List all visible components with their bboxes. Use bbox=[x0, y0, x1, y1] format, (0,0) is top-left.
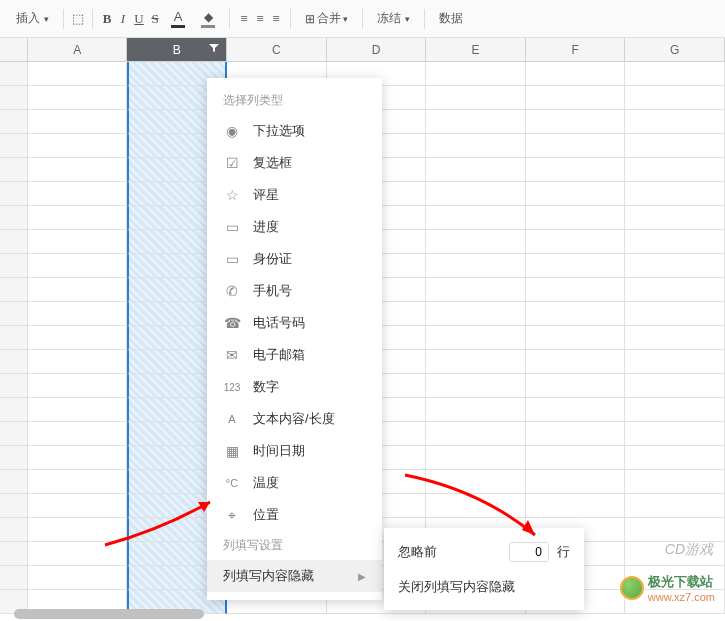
cell[interactable] bbox=[426, 494, 526, 518]
cell[interactable] bbox=[28, 374, 128, 398]
row-number[interactable] bbox=[0, 182, 28, 206]
cell[interactable] bbox=[28, 446, 128, 470]
close-hide-content[interactable]: 关闭列填写内容隐藏 bbox=[384, 570, 584, 604]
font-color-button[interactable]: A bbox=[163, 5, 193, 32]
menu-item-telephone[interactable]: ☎电话号码 bbox=[207, 307, 382, 339]
row-number[interactable] bbox=[0, 494, 28, 518]
cell[interactable] bbox=[625, 254, 725, 278]
col-header-f[interactable]: F bbox=[526, 38, 626, 61]
menu-item-hide-content[interactable]: 列填写内容隐藏 ▶ bbox=[207, 560, 382, 592]
cell[interactable] bbox=[28, 134, 128, 158]
cell[interactable] bbox=[426, 302, 526, 326]
ignore-rows-row[interactable]: 忽略前 行 bbox=[384, 534, 584, 570]
cell[interactable] bbox=[526, 182, 626, 206]
cell[interactable] bbox=[625, 350, 725, 374]
cell[interactable] bbox=[526, 374, 626, 398]
row-number[interactable] bbox=[0, 254, 28, 278]
col-header-d[interactable]: D bbox=[327, 38, 427, 61]
cell[interactable] bbox=[625, 158, 725, 182]
row-number[interactable] bbox=[0, 518, 28, 542]
row-number[interactable] bbox=[0, 326, 28, 350]
cell[interactable] bbox=[526, 278, 626, 302]
cell[interactable] bbox=[625, 374, 725, 398]
cell[interactable] bbox=[625, 542, 725, 566]
cell[interactable] bbox=[426, 470, 526, 494]
cell[interactable] bbox=[28, 86, 128, 110]
cell[interactable] bbox=[28, 470, 128, 494]
cell[interactable] bbox=[28, 254, 128, 278]
col-header-a[interactable]: A bbox=[28, 38, 128, 61]
cell[interactable] bbox=[426, 110, 526, 134]
cell[interactable] bbox=[426, 254, 526, 278]
row-number[interactable] bbox=[0, 110, 28, 134]
underline-button[interactable]: U bbox=[131, 11, 147, 27]
cell[interactable] bbox=[28, 158, 128, 182]
cell[interactable] bbox=[426, 134, 526, 158]
cell[interactable] bbox=[625, 62, 725, 86]
cell[interactable] bbox=[28, 182, 128, 206]
italic-button[interactable]: I bbox=[115, 11, 131, 27]
cell[interactable] bbox=[426, 326, 526, 350]
strike-button[interactable]: S bbox=[147, 11, 163, 27]
insert-button[interactable]: 插入▾ bbox=[8, 6, 57, 31]
menu-item-email[interactable]: ✉电子邮箱 bbox=[207, 339, 382, 371]
cell[interactable] bbox=[526, 302, 626, 326]
col-header-b[interactable]: B bbox=[127, 38, 227, 61]
cell[interactable] bbox=[526, 470, 626, 494]
cell[interactable] bbox=[426, 206, 526, 230]
menu-item-progress[interactable]: ▭进度 bbox=[207, 211, 382, 243]
menu-item-checkbox[interactable]: ☑复选框 bbox=[207, 147, 382, 179]
cell[interactable] bbox=[28, 206, 128, 230]
row-number[interactable] bbox=[0, 230, 28, 254]
cell[interactable] bbox=[526, 206, 626, 230]
cell[interactable] bbox=[625, 206, 725, 230]
cell[interactable] bbox=[625, 494, 725, 518]
menu-item-number[interactable]: 123数字 bbox=[207, 371, 382, 403]
cell[interactable] bbox=[426, 398, 526, 422]
cell[interactable] bbox=[526, 326, 626, 350]
cell[interactable] bbox=[526, 350, 626, 374]
cell[interactable] bbox=[28, 518, 128, 542]
row-number[interactable] bbox=[0, 566, 28, 590]
cell[interactable] bbox=[426, 158, 526, 182]
menu-item-mobile[interactable]: ✆手机号 bbox=[207, 275, 382, 307]
cell[interactable] bbox=[625, 182, 725, 206]
cell[interactable] bbox=[625, 230, 725, 254]
cell[interactable] bbox=[28, 110, 128, 134]
cell[interactable] bbox=[625, 110, 725, 134]
filter-icon[interactable] bbox=[208, 38, 220, 62]
row-number[interactable] bbox=[0, 86, 28, 110]
col-header-c[interactable]: C bbox=[227, 38, 327, 61]
cell[interactable] bbox=[526, 254, 626, 278]
cell[interactable] bbox=[526, 398, 626, 422]
cell[interactable] bbox=[526, 110, 626, 134]
row-number[interactable] bbox=[0, 206, 28, 230]
cell[interactable] bbox=[625, 470, 725, 494]
cell[interactable] bbox=[625, 86, 725, 110]
cell[interactable] bbox=[625, 326, 725, 350]
cell[interactable] bbox=[625, 518, 725, 542]
cell[interactable] bbox=[526, 158, 626, 182]
row-number[interactable] bbox=[0, 446, 28, 470]
menu-item-date[interactable]: ▦时间日期 bbox=[207, 435, 382, 467]
ignore-rows-input[interactable] bbox=[509, 542, 549, 562]
row-number[interactable] bbox=[0, 302, 28, 326]
cell[interactable] bbox=[526, 62, 626, 86]
cell[interactable] bbox=[625, 590, 725, 614]
cell[interactable] bbox=[28, 494, 128, 518]
cell[interactable] bbox=[526, 230, 626, 254]
align-left-icon[interactable]: ≡ bbox=[236, 11, 252, 27]
cell[interactable] bbox=[28, 326, 128, 350]
cell[interactable] bbox=[625, 302, 725, 326]
cell[interactable] bbox=[625, 566, 725, 590]
bold-button[interactable]: B bbox=[99, 11, 115, 27]
menu-item-dropdown[interactable]: ◉下拉选项 bbox=[207, 115, 382, 147]
freeze-button[interactable]: 冻结▾ bbox=[369, 6, 418, 31]
cell[interactable] bbox=[426, 278, 526, 302]
cell[interactable] bbox=[426, 374, 526, 398]
cell[interactable] bbox=[426, 62, 526, 86]
menu-item-location[interactable]: ⌖位置 bbox=[207, 499, 382, 531]
row-number[interactable] bbox=[0, 398, 28, 422]
cell[interactable] bbox=[625, 398, 725, 422]
data-button[interactable]: 数据 bbox=[431, 6, 471, 31]
